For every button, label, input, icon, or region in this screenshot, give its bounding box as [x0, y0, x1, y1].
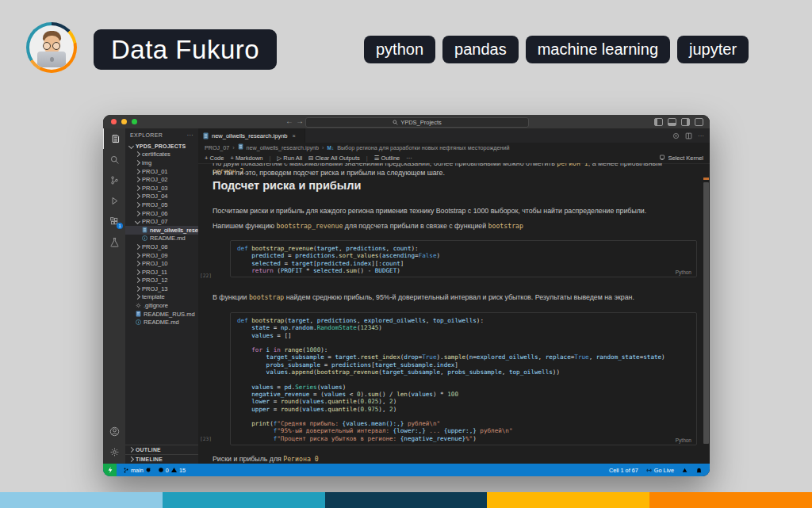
explorer-icon[interactable]	[103, 128, 126, 149]
tree-item-label: PROJ_13	[142, 285, 168, 292]
tree-item-label: new_oilwells_research.i...	[150, 227, 198, 234]
settings-gear-icon[interactable]	[103, 441, 125, 462]
tree-item-readme_rus.md[interactable]: README_RUS.md	[125, 310, 198, 319]
tree-item-certificates[interactable]: certificates	[125, 151, 198, 159]
cell-position-status[interactable]: Cell 1 of 67	[609, 467, 638, 474]
add-code-button[interactable]: + Code	[205, 155, 224, 162]
explorer-more-actions-icon[interactable]: ···	[187, 132, 193, 138]
chevron-right-icon	[136, 212, 140, 216]
tab-bar: new_oilwells_research.ipynb × ···	[198, 128, 710, 143]
tree-item-proj_09[interactable]: PROJ_09	[125, 251, 198, 260]
color-stripe	[325, 492, 488, 508]
clear-outputs-button[interactable]: ⊟ Clear All Outputs	[308, 155, 360, 162]
editor-more-actions-icon[interactable]: ···	[698, 132, 704, 139]
close-window-button[interactable]	[111, 119, 117, 124]
tree-item-proj_04[interactable]: PROJ_04	[125, 193, 198, 201]
add-markdown-button[interactable]: + Markdown	[230, 155, 262, 162]
git-branch-status[interactable]: main	[123, 467, 151, 474]
tree-item-img[interactable]: img	[125, 159, 198, 167]
tree-item-new_oilwells_research.i...[interactable]: new_oilwells_research.i...	[125, 226, 198, 235]
code-line: upper = round(values.quantile(0.975), 2)	[237, 406, 690, 413]
chevron-right-icon	[136, 254, 140, 258]
chevron-right-icon	[136, 186, 140, 190]
tree-item-proj_12[interactable]: PROJ_12	[125, 277, 198, 285]
tree-item-template[interactable]: template	[125, 293, 198, 302]
code-line: selected = target[predicted.index][:coun…	[237, 260, 690, 267]
code-cell-2[interactable]: def bootstrap(target, predictions, explo…	[230, 312, 697, 445]
notifications-bell-icon[interactable]	[695, 467, 703, 474]
cell-language-label: Python	[676, 269, 691, 275]
kernel-icon	[659, 155, 665, 161]
tree-item-proj_10[interactable]: PROJ_10	[125, 259, 198, 268]
search-sidebar-icon[interactable]	[103, 149, 125, 170]
breadcrumb-item[interactable]: PROJ_07	[205, 144, 229, 151]
toggle-sidebar-icon[interactable]	[654, 118, 663, 126]
history-forward-icon[interactable]: →	[296, 116, 304, 125]
tree-item-label: PROJ_10	[142, 260, 168, 267]
scrollbar-thumb[interactable]	[703, 182, 709, 444]
tree-item-proj_05[interactable]: PROJ_05	[125, 201, 198, 209]
activity-bar: 1	[103, 128, 125, 464]
toolbar-more-actions-icon[interactable]: ···	[406, 155, 412, 162]
tree-item-proj_01[interactable]: PROJ_01	[125, 167, 198, 176]
testing-icon[interactable]	[103, 231, 125, 252]
info-icon	[142, 235, 147, 241]
tab-notebook[interactable]: new_oilwells_research.ipynb ×	[198, 128, 305, 143]
chevron-right-icon	[136, 278, 140, 282]
tree-item-proj_13[interactable]: PROJ_13	[125, 285, 198, 293]
minimize-window-button[interactable]	[121, 119, 127, 124]
extensions-badge: 1	[117, 223, 123, 229]
outline-button[interactable]: ☰ Outline	[374, 155, 400, 162]
status-bar: main 0 15 Cell 1 of 67 Go Live	[103, 464, 710, 476]
go-live-button[interactable]: Go Live	[645, 467, 674, 474]
toggle-secondary-sidebar-icon[interactable]	[681, 118, 690, 126]
breadcrumb[interactable]: PROJ_07›new_oilwells_research.ipynb›M↓Вы…	[198, 143, 710, 152]
code-cell-1[interactable]: def bootstrap_revenue(target, prediction…	[230, 240, 697, 277]
markdown-paragraph: Но так ли это, проведем подсчет риска и …	[213, 169, 686, 177]
feedback-icon[interactable]	[681, 467, 688, 474]
maximize-window-button[interactable]	[132, 119, 137, 124]
extensions-icon[interactable]: 1	[103, 211, 125, 231]
code-line: f"Процент риска убытков в регионе: {nega…	[237, 435, 690, 442]
breadcrumb-item[interactable]: new_oilwells_research.ipynb	[247, 144, 320, 151]
chevron-right-icon	[136, 178, 140, 181]
breadcrumb-item[interactable]: Выбор региона для разработки новых нефтя…	[337, 144, 509, 151]
panel-label: OUTLINE	[136, 447, 161, 453]
code-line	[237, 413, 690, 420]
code-line: lower = round(values.quantile(0.025), 2)	[237, 398, 690, 405]
select-kernel-button[interactable]: Select Kernel	[659, 155, 703, 162]
tree-item-.gitignore[interactable]: .gitignore	[125, 301, 198, 310]
sidebar-panels: OUTLINETIMELINE	[125, 445, 198, 464]
toggle-panel-icon[interactable]	[668, 118, 676, 126]
tree-item-proj_11[interactable]: PROJ_11	[125, 268, 198, 277]
tree-item-readme.md[interactable]: README.md	[125, 235, 198, 243]
text-run: , а менее прибыльным	[588, 163, 662, 167]
tree-item-proj_03[interactable]: PROJ_03	[125, 184, 198, 193]
split-editor-icon[interactable]	[685, 132, 692, 139]
panel-outline[interactable]: OUTLINE	[125, 445, 198, 454]
tree-item-proj_08[interactable]: PROJ_08	[125, 243, 198, 251]
gear-icon	[136, 303, 141, 308]
source-control-icon[interactable]	[103, 170, 125, 190]
close-tab-icon[interactable]: ×	[292, 132, 295, 139]
chevron-right-icon	[136, 245, 140, 249]
run-cells-icon[interactable]	[672, 132, 680, 139]
tree-item-label: PROJ_09	[142, 252, 168, 259]
tree-item-readme.md[interactable]: README.md	[125, 318, 198, 327]
history-back-icon[interactable]: ←	[285, 116, 293, 125]
command-search-input[interactable]: YPDS_Projects	[305, 117, 529, 128]
tree-item-proj_06[interactable]: PROJ_06	[125, 209, 198, 218]
tree-item-ypds_projects[interactable]: YPDS_PROJECTS	[125, 142, 198, 151]
markdown-paragraph: Посчитаем риски и прибыль для каждого ре…	[213, 207, 686, 215]
tree-item-proj_07[interactable]: PROJ_07	[125, 217, 198, 226]
remote-indicator[interactable]	[103, 464, 117, 476]
customize-layout-icon[interactable]	[695, 118, 703, 126]
panel-timeline[interactable]: TIMELINE	[125, 454, 198, 464]
tree-item-proj_02[interactable]: PROJ_02	[125, 175, 198, 184]
problems-status[interactable]: 0 15	[158, 467, 186, 474]
account-icon[interactable]	[103, 421, 125, 441]
text-run: для подсчета прибыли в связке с функцией	[343, 222, 488, 230]
run-all-button[interactable]: ▷ Run All	[277, 155, 302, 162]
run-debug-icon[interactable]	[103, 190, 125, 211]
chevron-down-icon	[129, 144, 133, 148]
